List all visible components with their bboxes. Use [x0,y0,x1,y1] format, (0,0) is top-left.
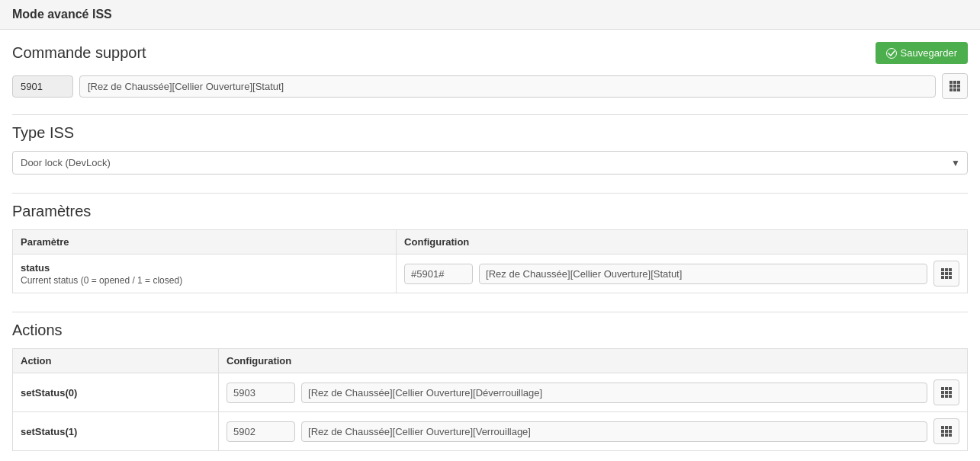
action-name-cell: setStatus(0) [13,373,219,412]
params-col-configuration: Configuration [397,230,968,255]
param-label-input[interactable] [479,264,927,284]
grid-icon [941,426,952,437]
page-content: Commande support Sauvegarder [0,30,980,461]
param-hash-input[interactable] [404,264,473,284]
action-config-cell-1 [219,412,968,451]
action-config-cell-0 [219,373,968,412]
page-header: Mode avancé ISS [0,0,980,30]
actions-col-configuration: Configuration [219,349,968,373]
divider-params [12,193,968,194]
action-config-row-1 [227,418,959,444]
param-name: status [21,262,388,274]
type-iss-wrapper: Door lock (DevLock) Sensor Actuator ▼ [12,151,968,174]
check-icon [886,48,897,59]
param-grid-button[interactable] [933,261,959,287]
commande-code-input[interactable] [12,75,73,98]
params-header-row: Paramètre Configuration [13,230,968,255]
actions-table: Action Configuration setStatus(0) [12,348,968,451]
action-code-input-0[interactable] [227,383,295,403]
params-col-parametre: Paramètre [13,230,397,255]
commande-support-header: Commande support Sauvegarder [12,42,968,64]
action-config-row-0 [227,379,959,405]
param-name-cell: status Current status (0 = opened / 1 = … [13,255,397,293]
action-name-cell-1: setStatus(1) [13,412,219,451]
actions-title: Actions [12,322,968,339]
action-grid-button-1[interactable] [933,418,959,444]
actions-col-action: Action [13,349,219,373]
param-config-row [404,261,959,287]
commande-support-title: Commande support [12,44,146,62]
action-code-input-1[interactable] [227,421,295,442]
save-label: Sauvegarder [901,47,957,59]
table-row: setStatus(1) [13,412,968,451]
page-title: Mode avancé ISS [12,8,968,21]
action-grid-button-0[interactable] [933,379,959,405]
type-iss-select[interactable]: Door lock (DevLock) Sensor Actuator [12,151,968,174]
parametres-table: Paramètre Configuration status Current s… [12,229,968,293]
divider-actions [12,312,968,312]
grid-icon [941,268,952,279]
param-config-cell [397,255,968,293]
table-row: status Current status (0 = opened / 1 = … [13,255,968,293]
grid-icon [949,81,960,91]
type-iss-title: Type ISS [12,124,968,142]
commande-support-row [12,73,968,99]
action-label-input-0[interactable] [301,383,927,403]
parametres-title: Paramètres [12,203,968,220]
param-description: Current status (0 = opened / 1 = closed) [21,275,388,286]
table-row: setStatus(0) [13,373,968,412]
commande-label-input[interactable] [79,75,936,98]
action-name-setstatus0: setStatus(0) [21,387,210,399]
save-button[interactable]: Sauvegarder [876,42,968,64]
grid-icon [941,387,952,398]
commande-grid-button[interactable] [942,73,968,99]
actions-header-row: Action Configuration [13,349,968,373]
action-label-input-1[interactable] [301,421,927,442]
action-name-setstatus1: setStatus(1) [21,426,210,437]
divider-type [12,114,968,115]
